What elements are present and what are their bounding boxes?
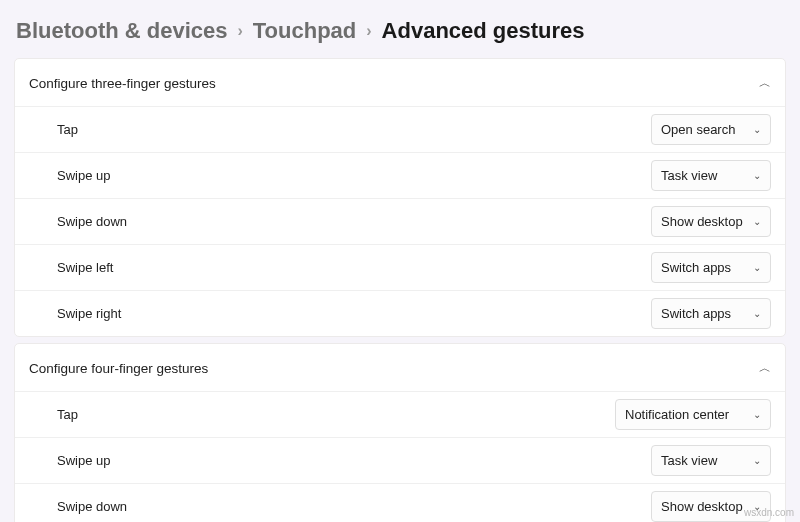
- dropdown-value: Task view: [661, 453, 717, 468]
- chevron-down-icon: ⌄: [753, 124, 761, 135]
- section-title: Configure four-finger gestures: [29, 361, 208, 376]
- breadcrumb: Bluetooth & devices › Touchpad › Advance…: [0, 0, 800, 58]
- four-finger-panel: Configure four-finger gestures ︿ Tap Not…: [14, 343, 786, 522]
- row-label: Swipe down: [57, 214, 127, 229]
- breadcrumb-root[interactable]: Bluetooth & devices: [16, 18, 227, 44]
- row-label: Tap: [57, 122, 78, 137]
- row-three-swipe-up: Swipe up Task view ⌄: [15, 152, 785, 198]
- dropdown-value: Notification center: [625, 407, 729, 422]
- chevron-down-icon: ⌄: [753, 455, 761, 466]
- chevron-down-icon: ⌄: [753, 262, 761, 273]
- chevron-down-icon: ⌄: [753, 409, 761, 420]
- dropdown-value: Show desktop: [661, 499, 743, 514]
- breadcrumb-touchpad[interactable]: Touchpad: [253, 18, 356, 44]
- dropdown-value: Task view: [661, 168, 717, 183]
- dropdown-four-swipe-up[interactable]: Task view ⌄: [651, 445, 771, 476]
- section-title: Configure three-finger gestures: [29, 76, 216, 91]
- dropdown-value: Open search: [661, 122, 735, 137]
- chevron-up-icon: ︿: [759, 75, 771, 92]
- three-finger-header[interactable]: Configure three-finger gestures ︿: [15, 59, 785, 106]
- watermark: wsxdn.com: [744, 507, 794, 518]
- three-finger-panel: Configure three-finger gestures ︿ Tap Op…: [14, 58, 786, 337]
- row-label: Tap: [57, 407, 78, 422]
- row-four-swipe-up: Swipe up Task view ⌄: [15, 437, 785, 483]
- breadcrumb-current: Advanced gestures: [382, 18, 585, 44]
- chevron-down-icon: ⌄: [753, 216, 761, 227]
- dropdown-value: Switch apps: [661, 260, 731, 275]
- chevron-up-icon: ︿: [759, 360, 771, 377]
- row-label: Swipe left: [57, 260, 113, 275]
- dropdown-four-tap[interactable]: Notification center ⌄: [615, 399, 771, 430]
- chevron-right-icon: ›: [366, 22, 371, 40]
- dropdown-three-swipe-right[interactable]: Switch apps ⌄: [651, 298, 771, 329]
- row-four-swipe-down: Swipe down Show desktop ⌄: [15, 483, 785, 522]
- dropdown-three-swipe-down[interactable]: Show desktop ⌄: [651, 206, 771, 237]
- chevron-down-icon: ⌄: [753, 308, 761, 319]
- row-three-swipe-right: Swipe right Switch apps ⌄: [15, 290, 785, 336]
- dropdown-three-swipe-left[interactable]: Switch apps ⌄: [651, 252, 771, 283]
- four-finger-header[interactable]: Configure four-finger gestures ︿: [15, 344, 785, 391]
- row-three-tap: Tap Open search ⌄: [15, 106, 785, 152]
- row-label: Swipe down: [57, 499, 127, 514]
- dropdown-three-tap[interactable]: Open search ⌄: [651, 114, 771, 145]
- row-label: Swipe up: [57, 168, 110, 183]
- dropdown-value: Switch apps: [661, 306, 731, 321]
- row-three-swipe-down: Swipe down Show desktop ⌄: [15, 198, 785, 244]
- dropdown-value: Show desktop: [661, 214, 743, 229]
- dropdown-three-swipe-up[interactable]: Task view ⌄: [651, 160, 771, 191]
- row-three-swipe-left: Swipe left Switch apps ⌄: [15, 244, 785, 290]
- row-label: Swipe up: [57, 453, 110, 468]
- row-four-tap: Tap Notification center ⌄: [15, 391, 785, 437]
- chevron-down-icon: ⌄: [753, 170, 761, 181]
- chevron-right-icon: ›: [237, 22, 242, 40]
- row-label: Swipe right: [57, 306, 121, 321]
